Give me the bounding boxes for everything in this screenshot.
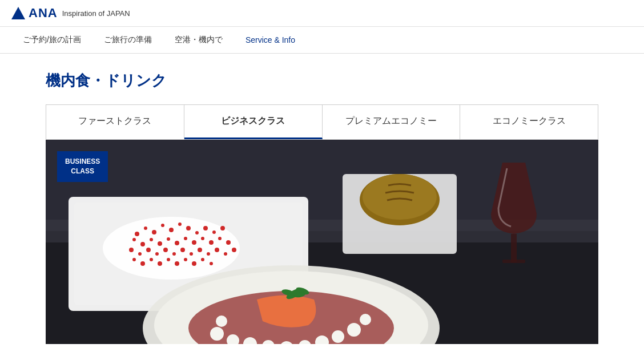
svg-point-27 (218, 237, 222, 240)
svg-point-41 (232, 248, 236, 252)
svg-point-70 (360, 314, 371, 325)
svg-point-15 (212, 230, 216, 234)
svg-point-33 (163, 248, 168, 252)
svg-point-44 (150, 258, 153, 261)
svg-point-19 (150, 238, 153, 241)
svg-point-11 (178, 223, 182, 226)
svg-point-5 (103, 217, 240, 280)
svg-point-67 (332, 330, 344, 343)
svg-point-17 (132, 238, 136, 241)
nav-item-preparation[interactable]: ご旅行の準備 (92, 27, 163, 53)
svg-point-18 (140, 242, 145, 246)
svg-point-51 (210, 262, 213, 265)
svg-point-14 (203, 226, 208, 230)
svg-point-47 (175, 261, 179, 266)
svg-rect-55 (511, 234, 517, 262)
svg-point-39 (215, 248, 219, 252)
tab-premium-economy[interactable]: プレミアムエコノミー (323, 105, 461, 139)
ana-logo[interactable]: ANA (11, 6, 58, 21)
tab-business-class[interactable]: ビジネスクラス (184, 105, 323, 139)
svg-point-69 (216, 315, 227, 327)
svg-point-7 (144, 226, 147, 230)
svg-point-34 (172, 252, 176, 256)
svg-point-13 (195, 231, 199, 234)
header: ANA Inspiration of JAPAN (0, 0, 644, 27)
main-content: 機内食・ドリンク ファーストクラス ビジネスクラス プレミアムエコノミー エコノ… (0, 54, 644, 360)
svg-point-8 (152, 230, 156, 234)
nav-item-reservation[interactable]: ご予約/旅の計画 (11, 27, 92, 53)
nav-item-service[interactable]: Service & Info (234, 27, 307, 52)
svg-point-21 (167, 237, 170, 241)
svg-point-46 (167, 258, 170, 261)
svg-point-49 (192, 261, 196, 266)
svg-point-60 (210, 327, 224, 341)
tagline-text: Inspiration of JAPAN (62, 9, 130, 18)
svg-point-23 (184, 237, 187, 240)
logo-area: ANA Inspiration of JAPAN (11, 6, 130, 21)
svg-point-28 (226, 240, 231, 245)
tab-economy-class[interactable]: エコノミークラス (460, 105, 598, 139)
class-tabs: ファーストクラス ビジネスクラス プレミアムエコノミー エコノミークラス (46, 104, 598, 140)
svg-point-9 (161, 224, 164, 227)
svg-point-6 (135, 232, 139, 236)
ana-brand-text: ANA (29, 6, 58, 21)
svg-point-12 (186, 226, 191, 230)
svg-point-40 (224, 252, 227, 256)
svg-point-32 (155, 252, 159, 256)
tab-first-class[interactable]: ファーストクラス (46, 105, 184, 139)
nav-item-airport[interactable]: 空港・機内で (163, 27, 234, 53)
svg-point-20 (158, 241, 162, 246)
svg-point-30 (138, 252, 142, 256)
svg-point-24 (192, 240, 196, 245)
svg-point-43 (140, 261, 145, 266)
svg-point-42 (132, 258, 136, 261)
svg-point-35 (180, 248, 185, 252)
svg-point-38 (207, 252, 210, 256)
svg-point-48 (184, 258, 187, 261)
svg-point-25 (201, 237, 204, 240)
page-title: 機内食・ドリンク (46, 71, 598, 91)
svg-point-22 (175, 241, 179, 245)
svg-point-45 (158, 261, 162, 266)
ana-triangle-icon (11, 7, 25, 19)
badge-line2: CLASS (65, 167, 100, 176)
svg-point-68 (347, 323, 361, 337)
svg-point-37 (198, 248, 202, 252)
svg-point-50 (201, 258, 204, 261)
svg-point-29 (129, 248, 134, 252)
main-nav: ご予約/旅の計画 ご旅行の準備 空港・機内で Service & Info (0, 27, 644, 54)
badge-line1: BUSINESS (65, 157, 100, 167)
svg-point-16 (220, 226, 225, 230)
svg-point-54 (363, 174, 437, 220)
svg-rect-56 (502, 260, 525, 263)
svg-point-36 (190, 252, 193, 256)
hero-image: BUSINESS CLASS (46, 140, 598, 344)
svg-point-26 (209, 240, 214, 245)
business-class-badge: BUSINESS CLASS (57, 151, 108, 182)
svg-point-31 (146, 248, 151, 252)
svg-point-10 (169, 228, 174, 232)
